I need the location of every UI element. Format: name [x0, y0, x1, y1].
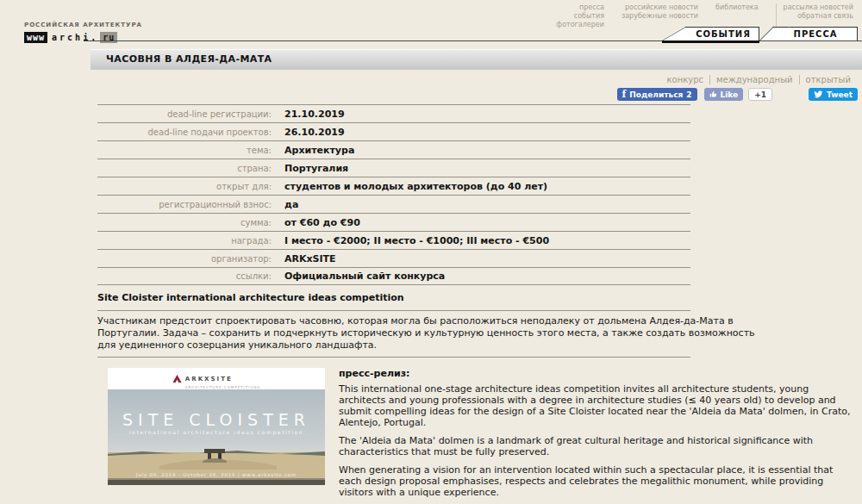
menu-link-foreign-news[interactable]: зарубежные новости: [622, 12, 698, 21]
like-button[interactable]: Like: [704, 88, 744, 101]
google-plus-one-button[interactable]: +1: [748, 88, 772, 101]
press-release-label: пресс-релиз:: [339, 368, 856, 379]
row-value: 21.10.2019: [278, 109, 690, 120]
menu-link-fotogalerei[interactable]: фотогалереи: [556, 21, 604, 29]
row-value: ARKxSITE: [278, 253, 690, 264]
logo-archi: archi.: [47, 32, 100, 43]
facebook-share-button[interactable]: f Поделиться 2: [617, 88, 697, 101]
thumbs-up-icon: [709, 90, 717, 98]
logo-ru: ru: [100, 32, 117, 43]
tab-press[interactable]: ПРЕССА: [774, 27, 858, 40]
menu-link-pressa[interactable]: пресса: [556, 3, 604, 12]
table-row: тема:Архитектура: [97, 140, 690, 159]
row-value: I место - €2000; II место - €1000; III м…: [278, 235, 690, 246]
row-label: страна:: [97, 164, 278, 173]
divider: [97, 310, 690, 311]
poster-title: SITE CLOISTER: [108, 410, 325, 429]
press-paragraph: The 'Aldeia da Mata' dolmen is a landmar…: [339, 435, 856, 457]
row-label: регистрационный взнос:: [97, 200, 278, 209]
row-label: сумма:: [97, 218, 278, 227]
tweet-label: Tweet: [827, 90, 853, 99]
tab-events[interactable]: СОБЫТИЯ: [688, 27, 759, 40]
row-value: студентов и молодых архитекторов (до 40 …: [278, 181, 690, 192]
menu-link-feedback[interactable]: обратная связь: [784, 12, 853, 21]
table-row: регистрационный взнос:да: [97, 195, 690, 213]
row-value: Португалия: [278, 163, 690, 174]
dolmen-landscape: [108, 447, 325, 485]
category-link-open[interactable]: открытый: [799, 75, 857, 84]
facebook-share-label: Поделиться: [629, 90, 683, 99]
category-link-konkurs[interactable]: конкурс: [661, 75, 710, 84]
press-release: пресс-релиз: This international one-stag…: [339, 368, 856, 504]
table-row: страна:Португалия: [97, 159, 690, 177]
like-label: Like: [721, 90, 739, 99]
table-row: открыт для:студентов и молодых архитекто…: [97, 177, 690, 195]
competition-poster-image[interactable]: ARKXSITE ARCHITECTURE COMPETITIONS SITE …: [108, 368, 325, 485]
row-value: от €60 до €90: [278, 217, 690, 228]
official-site-link[interactable]: Официальный сайт конкурса: [284, 271, 445, 282]
article-intro: Участникам предстоит спроектировать часо…: [97, 315, 768, 352]
article: Site Cloister international architecture…: [97, 285, 862, 358]
press-paragraph: This international one-stage architectur…: [339, 383, 856, 428]
tweet-button[interactable]: Tweet: [809, 88, 858, 101]
row-label: награда:: [97, 236, 278, 246]
row-label: организатор:: [97, 254, 278, 264]
table-row: ссылки:Официальный сайт конкурса: [97, 267, 690, 285]
site-header: пресса события фотогалереи российские но…: [0, 0, 862, 49]
facebook-icon: f: [622, 89, 627, 100]
menu-link-library[interactable]: библиотека: [715, 3, 759, 12]
poster-dates: July 08, 2019 - October 26, 2019 | www.a…: [108, 472, 325, 477]
competition-details-table: dead-line регистрации:21.10.2019 dead-li…: [97, 104, 690, 285]
menu-link-sobytiya[interactable]: события: [556, 12, 604, 21]
top-menu: пресса события фотогалереи российские но…: [556, 3, 853, 29]
menu-link-russian-news[interactable]: российские новости: [622, 3, 698, 12]
site-name: РОССИЙСКАЯ АРХИТЕКТУРА: [24, 22, 142, 28]
table-row: dead-line регистрации:21.10.2019: [97, 104, 690, 122]
category-link-international[interactable]: международный: [709, 75, 799, 84]
top-menu-col-main: пресса события фотогалереи: [556, 3, 604, 29]
row-label: ссылки:: [97, 271, 278, 281]
poster-logo-band: ARKXSITE ARCHITECTURE COMPETITIONS: [108, 368, 325, 389]
poster-subtitle: International architecture ideas competi…: [108, 429, 325, 435]
row-label: тема:: [97, 146, 278, 155]
top-menu-col-library: библиотека: [715, 3, 759, 29]
table-row: организатор:ARKxSITE: [97, 249, 690, 267]
top-menu-col-news: российские новости зарубежные новости: [622, 3, 698, 29]
row-value: 26.10.2019: [278, 127, 690, 138]
arkxsite-logo-icon: [172, 374, 182, 383]
article-heading: Site Cloister international architecture…: [97, 285, 862, 310]
row-label: dead-line подачи проектов:: [97, 128, 278, 137]
top-menu-col-contact: рассылка новостей обратная связь: [776, 3, 853, 29]
row-label: открыт для:: [97, 182, 278, 191]
menu-link-newsletter[interactable]: рассылка новостей: [784, 3, 853, 12]
table-row: награда:I место - €2000; II место - €100…: [97, 231, 690, 249]
social-buttons: f Поделиться 2 Like +1 Tweet: [0, 88, 862, 104]
row-label: dead-line регистрации:: [97, 109, 278, 119]
facebook-share-count: 2: [686, 90, 691, 99]
page-title: ЧАСОВНЯ В АЛДЕЯ-ДА-МАТА: [91, 49, 862, 70]
logo-www: www: [24, 32, 47, 43]
row-value: да: [278, 199, 690, 210]
twitter-bird-icon: [814, 90, 823, 98]
tab-events-label: СОБЫТИЯ: [696, 29, 751, 39]
plus-one-label: +1: [754, 90, 766, 99]
table-row: сумма:от €60 до €90: [97, 213, 690, 231]
table-row: dead-line подачи проектов:26.10.2019: [97, 122, 690, 140]
divider: [97, 357, 690, 358]
category-links: конкурсмеждународныйоткрытый: [0, 70, 862, 88]
content-row: ARKXSITE ARCHITECTURE COMPETITIONS SITE …: [108, 368, 862, 504]
poster-photo: SITE CLOISTER International architecture…: [108, 389, 325, 485]
poster-brand: ARKXSITE: [185, 376, 233, 383]
press-paragraph: When generating a vision for an interven…: [339, 464, 856, 498]
tab-press-label: ПРЕССА: [794, 29, 838, 39]
row-value: Архитектура: [278, 145, 690, 156]
archi-ru-logo[interactable]: wwwarchi.ru: [24, 32, 117, 43]
